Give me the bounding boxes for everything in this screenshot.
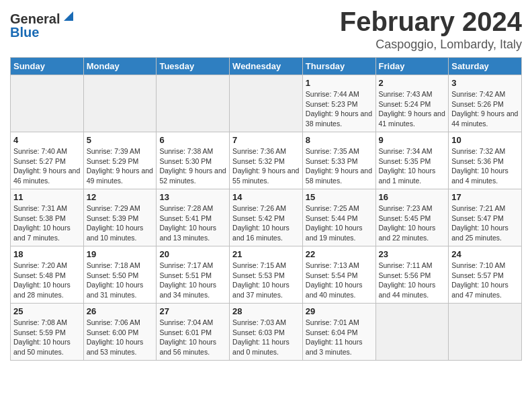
weekday-header-thursday: Thursday xyxy=(302,58,375,75)
logo-text-general: General xyxy=(10,12,60,26)
weekday-header-wednesday: Wednesday xyxy=(230,58,303,75)
day-number: 21 xyxy=(232,249,300,259)
calendar-cell: 17Sunrise: 7:21 AMSunset: 5:47 PMDayligh… xyxy=(449,189,522,246)
calendar-cell: 8Sunrise: 7:35 AMSunset: 5:33 PMDaylight… xyxy=(302,132,375,189)
day-detail: Sunrise: 7:39 AMSunset: 5:29 PMDaylight:… xyxy=(87,146,154,186)
day-detail: Sunrise: 7:15 AMSunset: 5:53 PMDaylight:… xyxy=(232,261,300,300)
calendar-cell: 21Sunrise: 7:15 AMSunset: 5:53 PMDayligh… xyxy=(230,246,303,304)
day-detail: Sunrise: 7:34 AMSunset: 5:35 PMDaylight:… xyxy=(379,146,446,186)
day-number: 26 xyxy=(87,306,154,316)
calendar-cell: 18Sunrise: 7:20 AMSunset: 5:48 PMDayligh… xyxy=(11,246,84,304)
day-number: 15 xyxy=(306,192,373,202)
logo-text-blue: Blue xyxy=(10,25,39,40)
day-number: 27 xyxy=(159,306,226,316)
weekday-header-row: SundayMondayTuesdayWednesdayThursdayFrid… xyxy=(11,58,522,75)
day-number: 10 xyxy=(451,135,519,145)
calendar-cell: 10Sunrise: 7:32 AMSunset: 5:36 PMDayligh… xyxy=(449,132,522,189)
calendar-cell: 22Sunrise: 7:13 AMSunset: 5:54 PMDayligh… xyxy=(302,246,375,304)
calendar-cell: 27Sunrise: 7:04 AMSunset: 6:01 PMDayligh… xyxy=(157,304,230,361)
day-number: 7 xyxy=(232,135,300,145)
calendar-cell: 9Sunrise: 7:34 AMSunset: 5:35 PMDaylight… xyxy=(375,132,449,189)
day-detail: Sunrise: 7:03 AMSunset: 6:03 PMDaylight:… xyxy=(232,318,300,357)
calendar-cell: 26Sunrise: 7:06 AMSunset: 6:00 PMDayligh… xyxy=(83,304,157,361)
weekday-header-monday: Monday xyxy=(83,58,157,75)
calendar-cell: 7Sunrise: 7:36 AMSunset: 5:32 PMDaylight… xyxy=(230,132,303,189)
day-number: 11 xyxy=(13,192,81,202)
calendar-cell: 1Sunrise: 7:44 AMSunset: 5:23 PMDaylight… xyxy=(302,75,375,132)
day-number: 16 xyxy=(379,192,446,202)
day-number: 17 xyxy=(451,192,519,202)
calendar-cell: 24Sunrise: 7:10 AMSunset: 5:57 PMDayligh… xyxy=(449,246,522,304)
day-number: 8 xyxy=(306,135,373,145)
day-detail: Sunrise: 7:40 AMSunset: 5:27 PMDaylight:… xyxy=(13,146,81,186)
calendar-week-row: 1Sunrise: 7:44 AMSunset: 5:23 PMDaylight… xyxy=(11,75,522,132)
calendar-week-row: 25Sunrise: 7:08 AMSunset: 5:59 PMDayligh… xyxy=(11,304,522,361)
calendar-cell: 25Sunrise: 7:08 AMSunset: 5:59 PMDayligh… xyxy=(11,304,84,361)
calendar-cell xyxy=(449,304,522,361)
calendar-cell: 29Sunrise: 7:01 AMSunset: 6:04 PMDayligh… xyxy=(302,304,375,361)
day-number: 25 xyxy=(13,306,81,316)
calendar-cell: 19Sunrise: 7:18 AMSunset: 5:50 PMDayligh… xyxy=(83,246,157,304)
day-number: 12 xyxy=(87,192,154,202)
day-detail: Sunrise: 7:36 AMSunset: 5:32 PMDaylight:… xyxy=(232,146,300,186)
calendar-cell: 2Sunrise: 7:43 AMSunset: 5:24 PMDaylight… xyxy=(375,75,449,132)
calendar-cell: 5Sunrise: 7:39 AMSunset: 5:29 PMDaylight… xyxy=(83,132,157,189)
day-number: 19 xyxy=(87,249,154,259)
day-number: 14 xyxy=(232,192,300,202)
day-detail: Sunrise: 7:25 AMSunset: 5:44 PMDaylight:… xyxy=(306,203,373,243)
day-detail: Sunrise: 7:42 AMSunset: 5:26 PMDaylight:… xyxy=(451,89,519,129)
calendar-cell: 16Sunrise: 7:23 AMSunset: 5:45 PMDayligh… xyxy=(375,189,449,246)
calendar-cell xyxy=(157,75,230,132)
logo: General Blue xyxy=(10,12,76,40)
logo-icon xyxy=(61,9,76,24)
svg-marker-0 xyxy=(64,11,73,21)
weekday-header-tuesday: Tuesday xyxy=(157,58,230,75)
day-detail: Sunrise: 7:21 AMSunset: 5:47 PMDaylight:… xyxy=(451,203,519,243)
calendar-cell: 23Sunrise: 7:11 AMSunset: 5:56 PMDayligh… xyxy=(375,246,449,304)
day-detail: Sunrise: 7:29 AMSunset: 5:39 PMDaylight:… xyxy=(87,203,154,243)
day-number: 23 xyxy=(379,249,446,259)
calendar-cell: 14Sunrise: 7:26 AMSunset: 5:42 PMDayligh… xyxy=(230,189,303,246)
month-title: February 2024 xyxy=(340,7,522,36)
day-detail: Sunrise: 7:32 AMSunset: 5:36 PMDaylight:… xyxy=(451,146,519,186)
calendar-cell: 28Sunrise: 7:03 AMSunset: 6:03 PMDayligh… xyxy=(230,304,303,361)
day-number: 28 xyxy=(232,306,300,316)
calendar-week-row: 11Sunrise: 7:31 AMSunset: 5:38 PMDayligh… xyxy=(11,189,522,246)
day-detail: Sunrise: 7:11 AMSunset: 5:56 PMDaylight:… xyxy=(379,261,446,300)
calendar-table: SundayMondayTuesdayWednesdayThursdayFrid… xyxy=(10,57,522,361)
calendar-cell xyxy=(375,304,449,361)
weekday-header-saturday: Saturday xyxy=(449,58,522,75)
title-area: February 2024 Caspoggio, Lombardy, Italy xyxy=(340,7,522,52)
day-number: 13 xyxy=(159,192,226,202)
location-title: Caspoggio, Lombardy, Italy xyxy=(340,38,522,52)
day-detail: Sunrise: 7:23 AMSunset: 5:45 PMDaylight:… xyxy=(379,203,446,243)
day-number: 3 xyxy=(451,78,519,88)
calendar-cell: 15Sunrise: 7:25 AMSunset: 5:44 PMDayligh… xyxy=(302,189,375,246)
calendar-cell: 4Sunrise: 7:40 AMSunset: 5:27 PMDaylight… xyxy=(11,132,84,189)
day-detail: Sunrise: 7:35 AMSunset: 5:33 PMDaylight:… xyxy=(306,146,373,186)
calendar-cell xyxy=(11,75,84,132)
header: General Blue February 2024 Caspoggio, Lo… xyxy=(10,7,522,52)
day-detail: Sunrise: 7:10 AMSunset: 5:57 PMDaylight:… xyxy=(451,261,519,300)
day-number: 1 xyxy=(306,78,373,88)
day-detail: Sunrise: 7:17 AMSunset: 5:51 PMDaylight:… xyxy=(159,261,226,300)
weekday-header-friday: Friday xyxy=(375,58,449,75)
day-detail: Sunrise: 7:43 AMSunset: 5:24 PMDaylight:… xyxy=(379,89,446,129)
day-number: 20 xyxy=(159,249,226,259)
calendar-cell: 11Sunrise: 7:31 AMSunset: 5:38 PMDayligh… xyxy=(11,189,84,246)
calendar-cell: 20Sunrise: 7:17 AMSunset: 5:51 PMDayligh… xyxy=(157,246,230,304)
day-detail: Sunrise: 7:28 AMSunset: 5:41 PMDaylight:… xyxy=(159,203,226,243)
day-number: 22 xyxy=(306,249,373,259)
calendar-cell: 3Sunrise: 7:42 AMSunset: 5:26 PMDaylight… xyxy=(449,75,522,132)
day-number: 29 xyxy=(306,306,373,316)
calendar-cell xyxy=(230,75,303,132)
calendar-week-row: 18Sunrise: 7:20 AMSunset: 5:48 PMDayligh… xyxy=(11,246,522,304)
day-detail: Sunrise: 7:20 AMSunset: 5:48 PMDaylight:… xyxy=(13,261,81,300)
day-number: 2 xyxy=(379,78,446,88)
day-detail: Sunrise: 7:18 AMSunset: 5:50 PMDaylight:… xyxy=(87,261,154,300)
day-detail: Sunrise: 7:01 AMSunset: 6:04 PMDaylight:… xyxy=(306,318,373,357)
day-number: 18 xyxy=(13,249,81,259)
day-number: 6 xyxy=(159,135,226,145)
calendar-cell: 13Sunrise: 7:28 AMSunset: 5:41 PMDayligh… xyxy=(157,189,230,246)
day-detail: Sunrise: 7:38 AMSunset: 5:30 PMDaylight:… xyxy=(159,146,226,186)
